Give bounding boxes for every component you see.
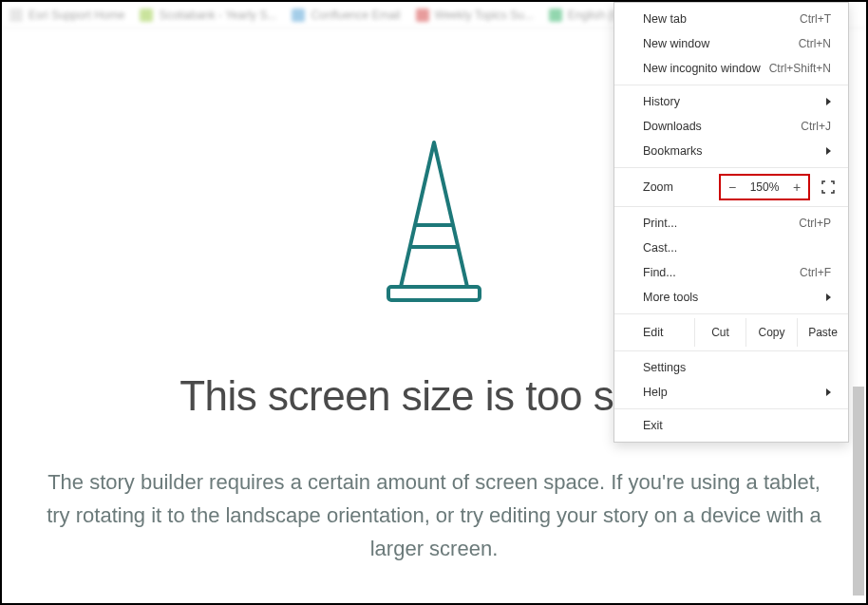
bookmark-label: Esri Support Home — [28, 9, 124, 22]
bookmark-favicon — [9, 9, 23, 22]
menu-label: Print... — [643, 217, 799, 230]
zoom-in-button[interactable]: + — [787, 180, 806, 195]
copy-button[interactable]: Copy — [745, 318, 797, 347]
zoom-label: Zoom — [643, 180, 719, 194]
menu-new-incognito[interactable]: New incognito window Ctrl+Shift+N — [614, 56, 848, 81]
menu-help[interactable]: Help — [614, 380, 848, 405]
bookmark-favicon — [416, 9, 429, 22]
menu-label: Help — [643, 386, 819, 399]
menu-label: More tools — [643, 291, 819, 304]
menu-bookmarks[interactable]: Bookmarks — [614, 139, 848, 163]
fullscreen-icon — [821, 180, 835, 194]
menu-shortcut: Ctrl+P — [799, 217, 831, 230]
submenu-arrow-icon — [826, 98, 831, 105]
vertical-scrollbar[interactable] — [853, 387, 864, 596]
bookmark-favicon — [292, 9, 305, 22]
menu-downloads[interactable]: Downloads Ctrl+J — [614, 114, 848, 139]
bookmark-label: Weekly Topics Su... — [435, 9, 534, 22]
menu-shortcut: Ctrl+J — [801, 120, 831, 133]
menu-label: New tab — [643, 12, 800, 26]
menu-label: Find... — [643, 266, 800, 279]
bookmark-item[interactable]: Weekly Topics Su... — [416, 9, 534, 22]
browser-menu: New tab Ctrl+T New window Ctrl+N New inc… — [613, 2, 849, 443]
menu-label: New incognito window — [643, 62, 769, 75]
paste-button[interactable]: Paste — [797, 318, 848, 347]
menu-print[interactable]: Print... Ctrl+P — [614, 211, 848, 236]
menu-exit[interactable]: Exit — [614, 413, 848, 438]
menu-shortcut: Ctrl+Shift+N — [769, 62, 831, 75]
edit-label: Edit — [614, 318, 694, 347]
page-heading: This screen size is too small — [179, 372, 689, 420]
bookmark-favicon — [549, 9, 562, 22]
submenu-arrow-icon — [826, 388, 831, 396]
zoom-percentage: 150% — [745, 180, 783, 194]
menu-shortcut: Ctrl+N — [799, 37, 831, 50]
menu-shortcut: Ctrl+F — [800, 266, 831, 279]
menu-settings[interactable]: Settings — [614, 355, 848, 380]
menu-more-tools[interactable]: More tools — [614, 285, 848, 310]
menu-label: History — [643, 95, 819, 108]
menu-label: Downloads — [643, 120, 801, 133]
menu-label: Bookmarks — [643, 144, 819, 158]
bookmark-favicon — [140, 9, 153, 22]
bookmark-label: Scotiabank - Yearly S... — [159, 9, 276, 22]
submenu-arrow-icon — [826, 147, 831, 155]
submenu-arrow-icon — [826, 293, 831, 301]
bookmark-item[interactable]: Confluence Email — [292, 9, 400, 22]
zoom-out-button[interactable]: − — [723, 180, 742, 195]
zoom-controls-highlight: − 150% + — [719, 174, 810, 200]
menu-zoom-row: Zoom − 150% + — [614, 172, 848, 202]
menu-find[interactable]: Find... Ctrl+F — [614, 260, 848, 285]
menu-cast[interactable]: Cast... — [614, 236, 848, 260]
svg-rect-2 — [388, 287, 480, 300]
cut-button[interactable]: Cut — [694, 318, 745, 347]
traffic-cone-icon — [377, 135, 491, 315]
menu-history[interactable]: History — [614, 89, 848, 114]
menu-new-window[interactable]: New window Ctrl+N — [614, 31, 848, 56]
fullscreen-button[interactable] — [820, 179, 837, 196]
bookmark-item[interactable]: Esri Support Home — [9, 9, 124, 22]
menu-shortcut: Ctrl+T — [800, 12, 831, 26]
page-body-text: The story builder requires a certain amo… — [30, 465, 838, 566]
menu-new-tab[interactable]: New tab Ctrl+T — [614, 7, 848, 31]
bookmark-label: Confluence Email — [311, 9, 400, 22]
menu-label: Cast... — [643, 241, 831, 255]
menu-label: New window — [643, 37, 799, 50]
menu-label: Exit — [643, 419, 831, 432]
menu-label: Settings — [643, 361, 831, 374]
bookmark-item[interactable]: Scotiabank - Yearly S... — [140, 9, 276, 22]
menu-edit-row: Edit Cut Copy Paste — [614, 318, 848, 347]
